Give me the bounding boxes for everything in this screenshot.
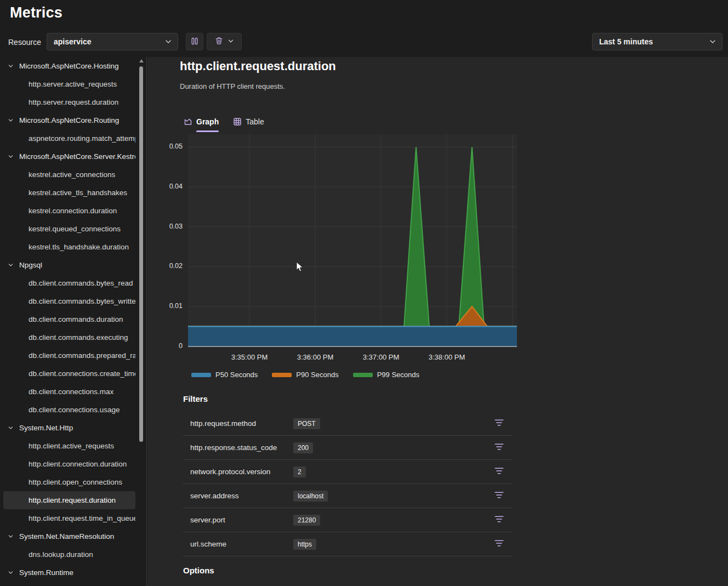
tab-table[interactable]: Table <box>233 113 264 132</box>
filter-label: url.scheme <box>190 540 293 548</box>
metric-item[interactable]: aspnetcore.routing.match_attempts <box>3 129 135 147</box>
metrics-tree: Microsoft.AspNetCore.Hostinghttp.server.… <box>0 57 138 582</box>
metric-item[interactable]: http.client.active_requests <box>3 437 135 455</box>
legend-item[interactable]: P99 Seconds <box>353 371 419 379</box>
metric-group[interactable]: System.Net.NameResolution <box>3 527 135 545</box>
series-area <box>188 327 517 346</box>
metric-item-label: http.client.open_connections <box>29 478 122 486</box>
metric-group[interactable]: Microsoft.AspNetCore.Hosting <box>3 57 135 75</box>
metric-item-label: db.client.connections.max <box>29 388 113 396</box>
metric-item-label: http.server.request.duration <box>29 98 118 106</box>
metric-item-label: db.client.connections.create_time <box>29 369 135 378</box>
pause-icon <box>191 37 198 47</box>
metric-item-label: db.client.connections.usage <box>29 406 120 414</box>
legend-item[interactable]: P90 Seconds <box>272 371 338 379</box>
metric-item[interactable]: kestrel.connection.duration <box>3 202 135 220</box>
metric-group[interactable]: System.Runtime <box>3 564 135 582</box>
metric-group[interactable]: Npgsql <box>3 256 135 274</box>
metric-item[interactable]: db.client.commands.bytes_written <box>3 292 135 310</box>
filter-lines-icon <box>494 443 504 452</box>
chevron-down-icon <box>8 153 14 160</box>
metric-item-label: db.client.commands.executing <box>29 333 128 342</box>
filter-label: server.port <box>190 516 293 524</box>
metric-group[interactable]: System.Net.Http <box>3 419 135 437</box>
scrollbar-thumb[interactable] <box>139 66 143 442</box>
metric-item-label: kestrel.active_tls_handshakes <box>29 189 127 197</box>
metric-item[interactable]: db.client.commands.prepared_ratio <box>3 346 135 365</box>
metric-item[interactable]: http.server.active_requests <box>3 75 135 93</box>
chevron-down-icon <box>164 38 172 45</box>
metric-item[interactable]: http.client.connection.duration <box>3 455 135 473</box>
metric-item-label: kestrel.queued_connections <box>29 225 121 233</box>
legend-label: P50 Seconds <box>215 371 258 379</box>
legend-swatch <box>272 373 292 377</box>
filter-button[interactable] <box>491 537 507 552</box>
metric-item[interactable]: db.client.connections.usage <box>3 401 135 419</box>
metric-item[interactable]: kestrel.active_tls_handshakes <box>3 184 135 202</box>
chevron-down-icon <box>8 533 14 539</box>
clear-metrics-split-button[interactable] <box>207 33 242 50</box>
chart-canvas <box>153 134 526 365</box>
resource-select[interactable]: apiservice <box>47 33 178 50</box>
scrollbar-up-arrow-icon[interactable] <box>139 59 144 62</box>
chevron-down-icon <box>8 63 14 69</box>
filter-rows: http.request.methodPOSThttp.response.sta… <box>183 412 512 556</box>
main-panel: http.client.request.duration Duration of… <box>147 57 728 586</box>
options-section: Options Show count <box>183 566 512 586</box>
filters-section: Filters http.request.methodPOSThttp.resp… <box>183 394 512 556</box>
metric-item[interactable]: db.client.connections.max <box>3 383 135 401</box>
filter-button[interactable] <box>491 488 507 504</box>
metric-item[interactable]: db.client.commands.executing <box>3 328 135 346</box>
tab-graph[interactable]: Graph <box>184 113 219 132</box>
metric-item[interactable]: db.client.commands.bytes_read <box>3 274 135 292</box>
filter-value-badge: 2 <box>293 466 306 477</box>
time-range-value: Last 5 minutes <box>599 37 653 46</box>
filter-label: http.response.status_code <box>190 443 293 452</box>
metric-group-label: System.Runtime <box>19 568 73 577</box>
metric-item[interactable]: db.client.connections.create_time <box>3 365 135 383</box>
sidebar-scrollbar[interactable] <box>139 57 144 586</box>
metric-item-label: http.client.request.duration <box>29 496 116 504</box>
metric-item-label: aspnetcore.routing.match_attempts <box>29 134 135 143</box>
metric-item[interactable]: http.server.request.duration <box>3 93 135 111</box>
metric-item-label: http.client.request.time_in_queue <box>29 514 135 522</box>
metric-item-label: kestrel.tls_handshake.duration <box>29 243 129 251</box>
metric-group-label: Microsoft.AspNetCore.Server.Kestrel <box>19 152 135 161</box>
resource-label: Resource <box>8 38 41 47</box>
filter-value-badge: POST <box>293 418 320 429</box>
metric-item-label: db.client.commands.bytes_read <box>29 279 133 287</box>
filter-lines-icon <box>494 540 504 549</box>
time-range-select[interactable]: Last 5 minutes <box>592 33 723 50</box>
area-chart-icon <box>184 117 192 128</box>
legend-label: P90 Seconds <box>296 371 338 379</box>
metric-item[interactable]: http.client.request.time_in_queue <box>3 509 135 527</box>
metric-item[interactable]: kestrel.queued_connections <box>3 220 135 238</box>
legend-swatch <box>353 373 373 377</box>
options-heading: Options <box>183 566 512 575</box>
metric-item[interactable]: db.client.commands.duration <box>3 310 135 328</box>
filter-button[interactable] <box>491 416 507 431</box>
pause-button[interactable] <box>186 33 203 50</box>
metric-item[interactable]: dns.lookup.duration <box>3 545 135 564</box>
filter-button[interactable] <box>491 440 507 456</box>
metric-item-label: http.client.active_requests <box>29 442 114 450</box>
filter-button[interactable] <box>491 513 507 528</box>
metric-group[interactable]: Microsoft.AspNetCore.Routing <box>3 111 135 129</box>
metric-item[interactable]: http.client.open_connections <box>3 473 135 491</box>
chart-legend: P50 SecondsP90 SecondsP99 Seconds <box>191 371 419 379</box>
legend-item[interactable]: P50 Seconds <box>191 371 258 379</box>
filter-row: server.port21280 <box>183 508 512 532</box>
metric-item-label: http.server.active_requests <box>29 80 117 88</box>
metric-item-label: kestrel.connection.duration <box>29 207 117 215</box>
filter-row: http.response.status_code200 <box>183 436 512 460</box>
filter-button[interactable] <box>491 464 507 480</box>
chevron-down-icon <box>8 262 14 268</box>
metric-item[interactable]: kestrel.tls_handshake.duration <box>3 238 135 256</box>
metric-item-label: dns.lookup.duration <box>29 550 93 559</box>
metrics-chart[interactable]: 00.010.020.030.040.053:35:00 PM3:36:00 P… <box>153 134 526 365</box>
metric-item[interactable]: kestrel.active_connections <box>3 166 135 184</box>
metric-item[interactable]: http.client.request.duration <box>3 491 135 509</box>
filter-value-badge: 21280 <box>293 515 320 526</box>
metric-description: Duration of HTTP client requests. <box>180 82 285 90</box>
metric-group[interactable]: Microsoft.AspNetCore.Server.Kestrel <box>3 147 135 166</box>
